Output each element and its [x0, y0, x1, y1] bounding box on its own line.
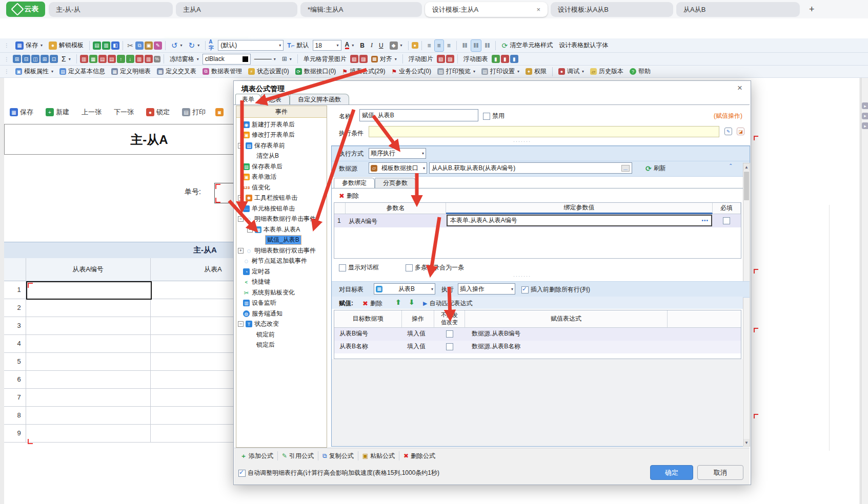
italic-button[interactable]: I	[368, 40, 375, 51]
required-checkbox[interactable]	[723, 217, 730, 224]
font-size-select[interactable]: 18▾	[313, 40, 341, 51]
delete-col-icon[interactable]: ▥	[145, 55, 153, 63]
selected-cell[interactable]	[26, 281, 152, 300]
font-color-button[interactable]: A▾	[342, 40, 357, 51]
datasource-value-input[interactable]: 从A从B.获取从表B(从表A编号)...	[429, 162, 632, 174]
dialog-tab-summary[interactable]: 总表	[261, 94, 290, 104]
disable-checkbox[interactable]: 禁用	[483, 112, 504, 120]
form-save-button[interactable]: ▦保存	[7, 107, 36, 118]
delete-row-icon[interactable]: ▤	[108, 55, 116, 63]
splitter-grip[interactable]: ·······	[513, 274, 531, 279]
data-interface-button[interactable]: ⟳数据接口(0)	[293, 66, 339, 77]
merge-records-checkbox[interactable]: 多条记录合为一条	[406, 263, 464, 272]
dialog-close-icon[interactable]: ×	[737, 83, 742, 93]
tree-item[interactable]: +✱工具栏按钮单击	[238, 193, 297, 203]
design-default-font-button[interactable]: 设计表格默认字体	[556, 40, 611, 51]
app-logo[interactable]: 云表	[6, 2, 45, 17]
align-image-button[interactable]: ▩对齐▾	[369, 53, 399, 65]
form-print-button[interactable]: ▤打印	[179, 107, 208, 118]
chart-icon-1[interactable]: ▮	[492, 55, 500, 63]
cell-bg-image-button[interactable]: 单元格背景图片	[301, 53, 349, 65]
browser-tab-5[interactable]: 设计模板:从A从B	[551, 2, 673, 17]
grid-icon-3[interactable]: ◫	[31, 55, 39, 63]
save-button[interactable]: ▦保存▾	[13, 40, 45, 51]
business-formula-button[interactable]: ⚑业务公式(0)	[389, 66, 433, 77]
tree-item[interactable]: <快捷键	[243, 277, 270, 287]
tree-item[interactable]: −▤保存表单前	[238, 141, 285, 151]
expand-icon[interactable]: +	[238, 248, 244, 254]
cancel-button[interactable]: 取消	[697, 465, 743, 480]
percent-icon[interactable]: %	[154, 56, 160, 62]
delete-param-button[interactable]: ✖删除	[339, 192, 359, 200]
collapse-icon[interactable]: −	[238, 216, 244, 222]
notrigger-checkbox[interactable]	[446, 330, 453, 338]
target-table-select[interactable]: ▦从表B▾	[374, 283, 435, 295]
browser-tab-3[interactable]: *编辑:主从A	[300, 2, 422, 17]
print-preview-button[interactable]: ▤打印预览▾	[435, 66, 478, 77]
unlock-template-button[interactable]: ●解锁模板	[46, 40, 86, 51]
browser-tab-1[interactable]: 主-从-从	[49, 2, 173, 17]
insert-row-icon[interactable]: ▤	[98, 55, 107, 63]
clear-condition-icon[interactable]: ◪	[737, 128, 744, 135]
tree-item[interactable]: −◌明细表数据行单击事件	[238, 214, 316, 224]
tree-item[interactable]: ◉新建打开表单后	[243, 120, 295, 130]
underline-button[interactable]: U	[376, 40, 386, 51]
close-tab-icon[interactable]: ×	[536, 6, 540, 13]
history-versions-button[interactable]: ▱历史版本	[588, 66, 626, 77]
show-dialog-checkbox[interactable]: 显示对话框	[339, 263, 379, 272]
tab-param-binding[interactable]: 参数绑定	[334, 178, 375, 188]
permissions-button[interactable]: ✦权限	[523, 66, 549, 77]
merge-cells-icon[interactable]: ▥	[80, 55, 88, 63]
exit-icon[interactable]: ◧	[111, 41, 119, 50]
assign-delete-button[interactable]: ✖删除	[362, 299, 382, 308]
copy-icon[interactable]: ⧉	[135, 41, 144, 50]
datasource-browse-button[interactable]: ...	[621, 165, 630, 172]
notrigger-checkbox[interactable]	[446, 343, 453, 350]
tree-item[interactable]: −T状态改变	[238, 319, 279, 329]
side-icon[interactable]: ▸	[862, 113, 868, 119]
datasource-type-select[interactable]: ▱模板数据接口▾	[369, 162, 427, 174]
tree-item[interactable]: ✂系统剪贴板变化	[243, 288, 295, 298]
tree-item-selected[interactable]: 赋值_从表B	[266, 235, 301, 245]
delete-before-insert-checkbox[interactable]: 插入前删除所有行(列)	[521, 285, 590, 294]
add-formula-button[interactable]: ＋添加公式	[236, 451, 278, 460]
floating-chart-button[interactable]: 浮动图表	[461, 53, 491, 65]
bg-image-del-icon[interactable]: ▨	[359, 55, 368, 63]
status-settings-button[interactable]: ⚡状态设置(0)	[246, 66, 292, 77]
name-input[interactable]: 赋值_从表B	[359, 109, 478, 121]
valign-middle-button[interactable]: ‖‖	[471, 40, 481, 51]
scroll-thumb[interactable]	[744, 172, 749, 200]
border-color-select[interactable]: clBlack	[203, 54, 251, 65]
auto-match-button[interactable]: ▶自动匹配表达式	[423, 299, 472, 308]
dialog-tab-custom-script[interactable]: 自定义脚本函数	[290, 94, 349, 104]
form-next-button[interactable]: 下一张	[111, 107, 136, 118]
insert-up-icon[interactable]: ↑	[117, 55, 125, 63]
cell-lock-icon[interactable]: ●	[412, 42, 418, 49]
font-style-icon[interactable]: A字	[209, 41, 217, 50]
browser-tab-4-active[interactable]: 设计模板:主从A ×	[425, 2, 548, 17]
paste-formula-button[interactable]: ▣粘贴公式	[358, 451, 399, 460]
browser-tab-2[interactable]: 主从A	[176, 2, 297, 17]
execute-action-select[interactable]: 插入操作▾	[458, 283, 515, 295]
browser-tab-6[interactable]: 从A从B	[676, 2, 800, 17]
valign-top-button[interactable]: ‖‖	[460, 40, 470, 51]
collapse-icon[interactable]: −	[238, 143, 244, 149]
tree-item[interactable]: ▤保存表单后	[243, 162, 282, 172]
align-left-button[interactable]: ≡	[425, 40, 434, 51]
side-icon[interactable]: ▸	[862, 122, 868, 129]
form-new-button[interactable]: +新建	[43, 107, 72, 118]
grid-icon-4[interactable]: ⊞	[41, 55, 49, 63]
clear-cell-style-button[interactable]: ⟳清空单元格样式	[499, 40, 555, 51]
template-props-button[interactable]: ▣模板属性▾	[13, 66, 56, 77]
tree-item[interactable]: +◌明细表数据行双击事件	[238, 246, 316, 256]
align-center-button[interactable]: ≡	[435, 40, 443, 51]
tree-item[interactable]: 123值变化	[243, 183, 270, 193]
grid-icon-1[interactable]: ⊞	[13, 55, 21, 63]
freeze-panes-button[interactable]: 冻结窗格▾	[167, 53, 201, 65]
data-table-mgmt-button[interactable]: ⧉数据表管理	[200, 66, 245, 77]
split-cells-icon[interactable]: ▦	[89, 55, 97, 63]
excel-export-icon[interactable]: ▥	[102, 41, 110, 50]
tree-item[interactable]: ◍服务端通知	[243, 309, 282, 319]
chart-icon-3[interactable]: ▮	[510, 55, 518, 63]
print-settings-button[interactable]: ▤打印设置▾	[479, 66, 522, 77]
